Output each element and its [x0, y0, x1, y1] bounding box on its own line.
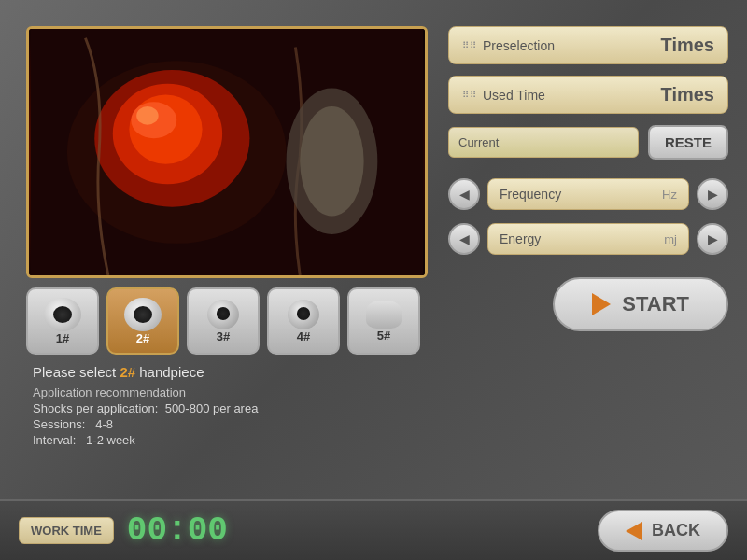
start-label: START	[622, 292, 689, 316]
knee-image-panel	[26, 26, 428, 278]
info-interval-label: Interval:	[33, 433, 76, 447]
frequency-label: Frequency	[500, 187, 561, 202]
reste-button[interactable]: RESTE	[648, 125, 728, 160]
info-sessions-label: Sessions:	[33, 417, 85, 431]
info-sessions: Sessions: 4-8	[33, 417, 258, 431]
dots-icon-preselection: ⠿⠿	[462, 40, 477, 50]
frequency-row: ◀ Frequency Hz ▶	[448, 178, 728, 210]
energy-left-arrow[interactable]: ◀	[448, 223, 480, 255]
current-row: Current RESTE	[448, 125, 728, 160]
svg-point-6	[300, 106, 363, 216]
dots-icon-usedtime: ⠿⠿	[462, 90, 477, 100]
back-button[interactable]: BACK	[598, 510, 728, 552]
current-input[interactable]: Current	[448, 127, 639, 158]
handpiece-2-icon	[124, 298, 162, 331]
info-shocks-label: Shocks per application:	[33, 401, 158, 415]
energy-unit: mj	[664, 232, 677, 246]
handpiece-5-label: 5#	[377, 329, 390, 343]
info-select-suffix: handpiece	[135, 364, 204, 380]
energy-label: Energy	[500, 231, 541, 246]
info-app-label: Application recommendation	[33, 385, 258, 399]
used-time-row: ⠿⠿ Used Time Times	[448, 76, 728, 114]
info-shocks-value: 500-800 per area	[165, 401, 259, 415]
svg-point-8	[136, 106, 158, 125]
energy-row: ◀ Energy mj ▶	[448, 223, 728, 255]
handpiece-5-icon	[366, 301, 402, 329]
info-shocks: Shocks per application: 500-800 per area	[33, 401, 258, 415]
handpiece-3-icon	[207, 300, 239, 329]
right-panel: ⠿⠿ Preselection Times ⠿⠿ Used Time Times…	[448, 26, 728, 331]
handpiece-4[interactable]: 4#	[267, 287, 340, 355]
handpiece-3-label: 3#	[217, 329, 230, 343]
main-background: 1# 2# 3# 4# 5# Please select 2# handpiec…	[0, 0, 747, 560]
handpiece-row: 1# 2# 3# 4# 5#	[26, 287, 420, 355]
handpiece-1-label: 1#	[56, 331, 69, 345]
handpiece-2[interactable]: 2#	[106, 287, 179, 355]
used-time-text: Used Time	[483, 88, 545, 103]
used-time-value: Times	[661, 84, 714, 105]
info-interval-value: 1-2 week	[86, 433, 135, 447]
handpiece-2-label: 2#	[136, 331, 149, 345]
work-time-section: WORK TIME 00:00	[19, 511, 228, 550]
preselection-row: ⠿⠿ Preselection Times	[448, 26, 728, 64]
handpiece-4-icon	[288, 300, 319, 329]
energy-display: Energy mj	[487, 223, 689, 255]
frequency-right-arrow[interactable]: ▶	[697, 178, 728, 210]
handpiece-3[interactable]: 3#	[187, 287, 260, 355]
handpiece-4-label: 4#	[297, 329, 310, 343]
work-time-display: 00:00	[127, 511, 228, 550]
info-highlight: 2#	[120, 364, 135, 380]
info-section: Please select 2# handpiece Application r…	[33, 364, 258, 449]
frequency-display: Frequency Hz	[487, 178, 689, 210]
bottom-bar: WORK TIME 00:00 BACK	[0, 499, 747, 560]
preselection-value: Times	[661, 35, 714, 56]
info-select-text: Please select 2# handpiece	[33, 364, 258, 380]
work-time-label: WORK TIME	[19, 517, 114, 544]
handpiece-1[interactable]: 1#	[26, 287, 99, 355]
current-label: Current	[458, 135, 499, 149]
frequency-unit: Hz	[662, 188, 677, 202]
start-icon	[592, 293, 611, 315]
info-sessions-value: 4-8	[95, 417, 113, 431]
info-interval: Interval: 1-2 week	[33, 433, 258, 447]
start-button[interactable]: START	[553, 277, 728, 331]
knee-image	[29, 29, 425, 275]
used-time-label: ⠿⠿ Used Time	[462, 88, 545, 103]
handpiece-5[interactable]: 5#	[347, 287, 420, 355]
knee-svg	[29, 29, 425, 275]
preselection-text: Preselection	[483, 38, 555, 53]
frequency-left-arrow[interactable]: ◀	[448, 178, 480, 210]
back-label: BACK	[652, 521, 700, 540]
info-select-prefix: Please select	[33, 364, 120, 380]
energy-right-arrow[interactable]: ▶	[697, 223, 728, 255]
back-icon	[626, 522, 642, 540]
handpiece-1-icon	[44, 298, 81, 331]
preselection-label: ⠿⠿ Preselection	[462, 38, 555, 53]
